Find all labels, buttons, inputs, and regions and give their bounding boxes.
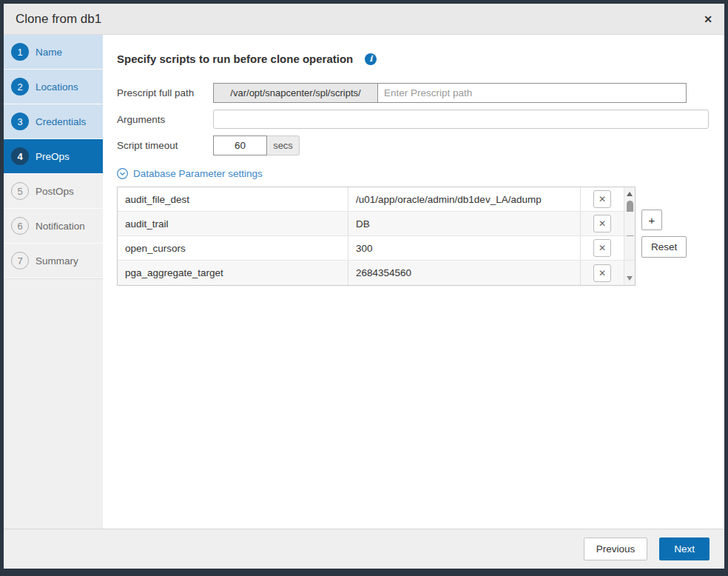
step-locations[interactable]: 2 Locations: [4, 70, 103, 104]
previous-button[interactable]: Previous: [584, 538, 648, 560]
step-notification[interactable]: 6 Notification: [4, 209, 103, 244]
step-number-badge: 1: [11, 43, 29, 61]
info-icon[interactable]: i: [365, 53, 377, 65]
delete-parameter-button[interactable]: ✕: [593, 190, 611, 208]
next-button[interactable]: Next: [659, 538, 710, 560]
parameter-value-cell: DB: [348, 212, 581, 235]
step-preops[interactable]: 4 PreOps: [4, 139, 103, 174]
title-bar: Clone from db1 ✕: [4, 4, 724, 35]
prescript-path-input[interactable]: [378, 83, 687, 103]
step-label: Credentials: [36, 116, 86, 127]
step-number-badge: 5: [11, 182, 29, 200]
parameter-name-cell: audit_file_dest: [118, 187, 348, 211]
step-credentials[interactable]: 3 Credentials: [4, 104, 103, 139]
step-number-badge: 3: [11, 113, 29, 130]
database-parameter-settings-label: Database Parameter settings: [133, 168, 263, 179]
preops-panel: Specify scripts to run before clone oper…: [103, 35, 724, 529]
step-number-badge: 6: [11, 217, 29, 235]
delete-parameter-button[interactable]: ✕: [593, 215, 611, 232]
script-timeout-group: secs: [213, 135, 300, 155]
step-label: PreOps: [36, 151, 70, 162]
script-timeout-unit: secs: [267, 135, 300, 155]
script-timeout-label: Script timeout: [117, 140, 213, 151]
arguments-label: Arguments: [117, 114, 213, 125]
parameter-name-cell: audit_trail: [118, 212, 348, 235]
parameter-name-cell: pga_aggregate_target: [118, 261, 348, 285]
database-parameters-table: audit_file_dest /u01/app/oracle/admin/db…: [117, 187, 636, 286]
arguments-input[interactable]: [213, 110, 709, 129]
reset-parameters-button[interactable]: Reset: [641, 236, 687, 258]
table-row: open_cursors 300 ✕: [118, 236, 635, 261]
script-timeout-input[interactable]: [213, 135, 267, 155]
step-number-badge: 4: [11, 147, 29, 165]
step-label: Summary: [36, 255, 78, 267]
wizard-steps-sidebar: 1 Name 2 Locations 3 Credentials 4 PreOp…: [4, 35, 103, 529]
prescript-path-prefix: /var/opt/snapcenter/spl/scripts/: [213, 83, 378, 103]
database-parameter-settings-toggle[interactable]: Database Parameter settings: [117, 168, 263, 179]
close-icon[interactable]: ✕: [704, 14, 712, 24]
prescript-path-label: Prescript full path: [117, 87, 213, 98]
dialog-body: 1 Name 2 Locations 3 Credentials 4 PreOp…: [4, 35, 724, 529]
sidebar-spacer: [4, 278, 103, 281]
step-number-badge: 7: [11, 252, 29, 269]
clone-wizard-dialog: Clone from db1 ✕ 1 Name 2 Locations 3 Cr…: [4, 4, 724, 569]
table-row: audit_file_dest /u01/app/oracle/admin/db…: [118, 187, 635, 212]
step-postops[interactable]: 5 PostOps: [4, 174, 103, 209]
scroll-up-icon[interactable]: [624, 189, 635, 199]
step-label: Name: [36, 47, 62, 58]
parameter-value-cell: 300: [348, 236, 581, 260]
step-summary[interactable]: 7 Summary: [4, 244, 103, 278]
prescript-path-group: /var/opt/snapcenter/spl/scripts/: [213, 83, 687, 103]
step-name[interactable]: 1 Name: [4, 35, 103, 70]
delete-parameter-button[interactable]: ✕: [593, 239, 611, 257]
step-label: Locations: [36, 81, 78, 93]
add-parameter-button[interactable]: +: [641, 210, 662, 230]
scroll-down-icon[interactable]: [624, 273, 635, 284]
step-label: Notification: [36, 221, 85, 232]
step-number-badge: 2: [11, 78, 29, 96]
window-frame: Clone from db1 ✕ 1 Name 2 Locations 3 Cr…: [0, 0, 728, 576]
parameter-value-cell: /u01/app/oracle/admin/db1dev_LA/adump: [348, 187, 581, 211]
table-scrollbar[interactable]: [624, 187, 635, 211]
step-label: PostOps: [36, 186, 74, 197]
wizard-footer: Previous Next: [4, 529, 724, 569]
parameter-name-cell: open_cursors: [118, 236, 348, 260]
chevron-down-circle-icon: [117, 168, 128, 179]
table-row: pga_aggregate_target 2684354560 ✕: [118, 261, 635, 285]
dialog-title: Clone from db1: [16, 12, 101, 27]
panel-heading: Specify scripts to run before clone oper…: [117, 53, 353, 65]
delete-parameter-button[interactable]: ✕: [593, 264, 611, 282]
parameter-value-cell: 2684354560: [348, 261, 581, 285]
table-row: audit_trail DB ✕: [118, 212, 635, 236]
